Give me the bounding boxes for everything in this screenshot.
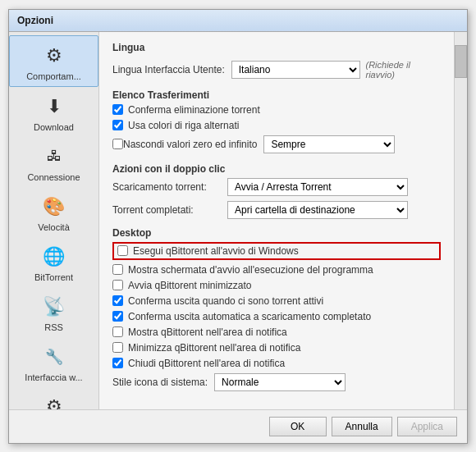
stile-icona-row: Stile icona di sistema: Normale xyxy=(112,373,441,391)
torrent-completati-select[interactable]: Apri cartella di destinazione xyxy=(227,201,408,219)
conferma-automatica-row: Conferma uscita automatica a scaricament… xyxy=(112,311,441,322)
comportamento-icon: ⚙ xyxy=(41,43,67,69)
sidebar-item-comportamento[interactable]: ⚙ Comportam... xyxy=(9,35,98,87)
annulla-button[interactable]: Annulla xyxy=(332,417,392,436)
torrent-completati-label: Torrent completati: xyxy=(112,204,227,216)
minimizza-notifica-checkbox[interactable] xyxy=(112,342,123,353)
conferma-automatica-checkbox[interactable] xyxy=(112,311,123,322)
scaricamento-select[interactable]: Avvia / Arresta Torrent xyxy=(227,178,408,196)
azioni-section-title: Azioni con il doppio clic xyxy=(112,163,441,175)
conferma-eliminazione-row: Conferma eliminazione torrent xyxy=(112,104,441,116)
lingua-select[interactable]: Italiano xyxy=(231,61,361,79)
conferma-automatica-label: Conferma uscita automatica a scaricament… xyxy=(128,311,371,322)
scaricamento-row: Scaricamento torrent: Avvia / Arresta To… xyxy=(112,178,441,196)
lingua-note: (Richiede il riavvio) xyxy=(365,60,441,80)
title-text: Opzioni xyxy=(17,15,53,26)
scrollbar[interactable] xyxy=(454,32,467,409)
sidebar-label-bittorrent: BitTorrent xyxy=(34,272,73,282)
esegui-avvio-highlighted-row: Esegui qBittorent all'avvio di Windows xyxy=(112,242,441,260)
mostra-schermata-checkbox[interactable] xyxy=(112,264,123,275)
mostra-schermata-row: Mostra schermata d'avvio all'esecuzione … xyxy=(112,264,441,276)
stile-icona-select[interactable]: Normale xyxy=(214,373,346,391)
bittorrent-icon: 🌐 xyxy=(41,244,67,270)
sempre-select[interactable]: Sempre xyxy=(263,135,395,153)
sidebar-label-connessione: Connessione xyxy=(27,172,80,182)
sidebar-item-download[interactable]: ⬇ Download xyxy=(9,87,98,137)
avvia-minimizzato-row: Avvia qBittorent minimizzato xyxy=(112,280,441,291)
torrent-completati-row: Torrent completati: Apri cartella di des… xyxy=(112,201,441,219)
sidebar-item-bittorrent[interactable]: 🌐 BitTorrent xyxy=(9,237,98,287)
elenco-section-title: Elenco Trasferimenti xyxy=(112,89,441,101)
sidebar: ⚙ Comportam... ⬇ Download 🖧 Connessione … xyxy=(9,32,99,409)
conferma-eliminazione-checkbox[interactable] xyxy=(112,104,123,115)
sidebar-label-rss: RSS xyxy=(44,322,63,332)
mostra-notifica-row: Mostra qBittorent nell'area di notifica xyxy=(112,326,441,338)
sidebar-label-interfaccia: Interfaccia w... xyxy=(25,372,82,382)
esegui-avvio-checkbox[interactable] xyxy=(117,245,128,256)
chiudi-notifica-row: Chiudi qBittorent nell'area di notifica xyxy=(112,358,441,369)
avanzate-icon: ⚙ xyxy=(41,394,67,409)
mostra-schermata-label: Mostra schermata d'avvio all'esecuzione … xyxy=(128,264,373,276)
desktop-section-title: Desktop xyxy=(112,227,441,239)
sidebar-label-comportamento: Comportam... xyxy=(26,71,81,81)
sidebar-item-velocita[interactable]: 🎨 Velocità xyxy=(9,187,98,237)
minimizza-notifica-label: Minimizza qBittorent nell'area di notifi… xyxy=(128,342,300,354)
dialog-footer: OK Annulla Applica xyxy=(9,409,467,443)
nascondi-valori-label: Nascondi valori zero ed infinito xyxy=(123,139,257,150)
nascondi-valori-checkbox[interactable] xyxy=(112,139,123,149)
sidebar-item-connessione[interactable]: 🖧 Connessione xyxy=(9,137,98,187)
chiudi-notifica-checkbox[interactable] xyxy=(112,358,123,368)
scaricamento-label: Scaricamento torrent: xyxy=(112,181,227,193)
download-icon: ⬇ xyxy=(41,94,67,120)
lingua-row: Lingua Interfaccia Utente: Italiano (Ric… xyxy=(112,60,441,80)
chiudi-notifica-label: Chiudi qBittorent nell'area di notifica xyxy=(128,358,285,369)
ok-button[interactable]: OK xyxy=(269,417,327,436)
mostra-notifica-label: Mostra qBittorent nell'area di notifica xyxy=(128,326,287,338)
lingua-section-title: Lingua xyxy=(112,42,441,53)
mostra-notifica-checkbox[interactable] xyxy=(112,326,123,337)
conferma-uscita-checkbox[interactable] xyxy=(112,295,123,306)
dialog-body: ⚙ Comportam... ⬇ Download 🖧 Connessione … xyxy=(9,32,467,409)
esegui-avvio-label: Esegui qBittorent all'avvio di Windows xyxy=(133,245,299,257)
sidebar-item-interfaccia[interactable]: 🔧 Interfaccia w... xyxy=(9,337,98,387)
conferma-uscita-label: Conferma uscita quando ci sono torrent a… xyxy=(128,295,323,307)
main-content: Lingua Lingua Interfaccia Utente: Italia… xyxy=(99,32,454,409)
dialog-title: Opzioni xyxy=(9,10,467,32)
stile-icona-label: Stile icona di sistema: xyxy=(112,377,208,388)
scrollbar-thumb[interactable] xyxy=(455,45,467,78)
usa-colori-row: Usa colori di riga alternati xyxy=(112,120,441,131)
usa-colori-checkbox[interactable] xyxy=(112,120,123,130)
options-dialog: Opzioni ⚙ Comportam... ⬇ Download 🖧 Conn… xyxy=(8,9,468,444)
conferma-uscita-row: Conferma uscita quando ci sono torrent a… xyxy=(112,295,441,307)
conferma-eliminazione-label: Conferma eliminazione torrent xyxy=(128,104,260,116)
sidebar-label-velocita: Velocità xyxy=(38,222,70,232)
sidebar-item-rss[interactable]: 📡 RSS xyxy=(9,287,98,337)
applica-button[interactable]: Applica xyxy=(397,417,457,436)
usa-colori-label: Usa colori di riga alternati xyxy=(128,120,239,131)
avvia-minimizzato-label: Avvia qBittorent minimizzato xyxy=(128,280,252,291)
lingua-label: Lingua Interfaccia Utente: xyxy=(112,64,225,75)
interfaccia-icon: 🔧 xyxy=(41,344,67,370)
rss-icon: 📡 xyxy=(41,294,67,320)
avvia-minimizzato-checkbox[interactable] xyxy=(112,280,123,290)
nascondi-valori-row: Nascondi valori zero ed infinito Sempre xyxy=(112,135,441,153)
sidebar-label-download: Download xyxy=(34,122,74,132)
velocita-icon: 🎨 xyxy=(41,194,67,220)
sidebar-item-avanzate[interactable]: ⚙ Avanzate xyxy=(9,387,98,409)
connessione-icon: 🖧 xyxy=(41,144,67,170)
minimizza-notifica-row: Minimizza qBittorent nell'area di notifi… xyxy=(112,342,441,354)
